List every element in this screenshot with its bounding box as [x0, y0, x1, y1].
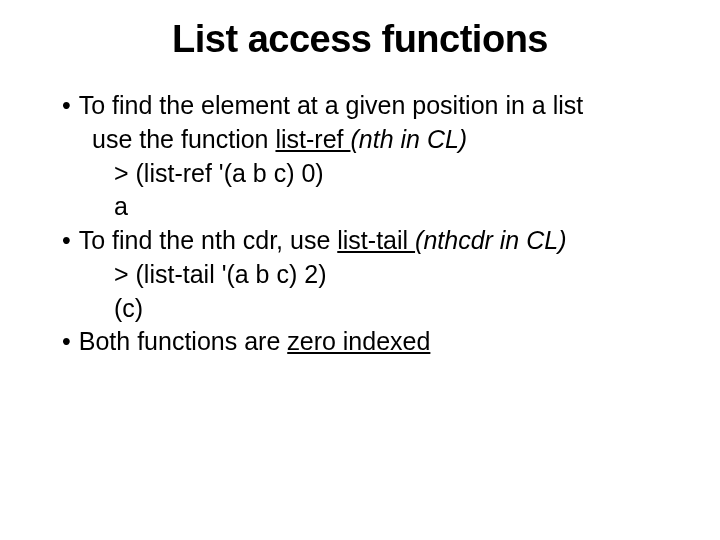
bullet-marker: • [62, 325, 71, 359]
bullet-1: • To find the element at a given positio… [62, 89, 670, 123]
bullet-1-continuation: use the function list-ref (nth in CL) [62, 123, 670, 157]
bullet-3-pre: Both functions are [79, 327, 287, 355]
bullet-marker: • [62, 224, 71, 258]
bullet-1-func: list-ref [275, 125, 350, 153]
bullet-1-code-line2: a [62, 190, 670, 224]
bullet-3: • Both functions are zero indexed [62, 325, 670, 359]
bullet-3-func: zero indexed [287, 327, 430, 355]
bullet-2-pre: To find the nth cdr, use [79, 226, 338, 254]
bullet-2-code-line2: (c) [62, 292, 670, 326]
bullet-2-func: list-tail [337, 226, 415, 254]
bullet-2-code-line1: > (list-tail '(a b c) 2) [62, 258, 670, 292]
bullet-1-text-line1: To find the element at a given position … [79, 89, 583, 123]
bullet-2-text: To find the nth cdr, use list-tail (nthc… [79, 224, 567, 258]
bullet-3-text: Both functions are zero indexed [79, 325, 431, 359]
slide-body: • To find the element at a given positio… [50, 89, 670, 359]
bullet-1-post: (nth in CL) [350, 125, 467, 153]
slide-title: List access functions [50, 18, 670, 61]
bullet-1-pre: use the function [92, 125, 275, 153]
bullet-1-code-line1: > (list-ref '(a b c) 0) [62, 157, 670, 191]
bullet-2: • To find the nth cdr, use list-tail (nt… [62, 224, 670, 258]
bullet-2-post: (nthcdr in CL) [415, 226, 566, 254]
bullet-marker: • [62, 89, 71, 123]
